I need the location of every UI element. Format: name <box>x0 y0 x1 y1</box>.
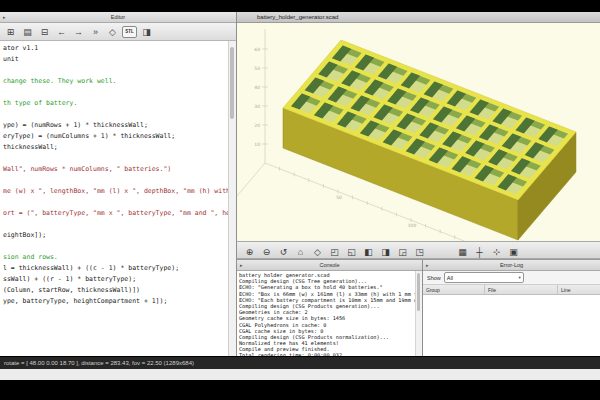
show-axes-icon[interactable]: ┼ <box>472 246 487 259</box>
status-bar-text: rotate = [ 48.00 0.00 18.70 ], distance … <box>4 360 194 366</box>
console-line: Total rendering time: 0:00:00.032 <box>237 352 416 356</box>
errorlog-column-file[interactable]: File <box>485 285 558 294</box>
console-lines: battery_holder_generator.scadCompiling d… <box>237 272 416 356</box>
svg-text:40: 40 <box>254 85 260 90</box>
editor-toolbar: ⊞▤⊟←→»◇STL◨ <box>0 23 236 41</box>
code-line <box>0 175 229 186</box>
svg-text:30: 30 <box>254 104 260 109</box>
perspective-toggle-icon[interactable]: ▣ <box>506 246 521 259</box>
console-body[interactable]: battery_holder_generator.scadCompiling d… <box>237 271 422 356</box>
view-toolbar-left-group: ⊕⊖↺⌂◇◰◱◧◨◲◳ <box>241 241 428 259</box>
code-line: eightBox]); <box>0 230 229 241</box>
console-disclosure-icon[interactable]: ▸ <box>240 262 243 268</box>
code-editor[interactable]: ator v1.1unit change these. They work we… <box>0 41 236 356</box>
front-view-icon[interactable]: ◲ <box>395 246 410 259</box>
errorlog-show-label: Show <box>427 275 441 281</box>
render-icon[interactable]: ◇ <box>105 25 120 38</box>
window-titlebar: battery_holder_generator.scad <box>237 12 600 23</box>
undo-icon[interactable]: ← <box>54 25 69 38</box>
console-title: Console <box>319 262 339 268</box>
svg-text:100: 100 <box>408 223 417 228</box>
errorlog-column-line[interactable]: Line <box>558 285 600 294</box>
view-all-icon[interactable]: ⌂ <box>293 246 308 259</box>
code-line: ype, batteryType, heightCompartment + 1]… <box>0 296 229 307</box>
code-line: ype) = (numRows + 1) * thicknessWall; <box>0 120 229 131</box>
zoom-in-icon[interactable]: ⊕ <box>242 246 257 259</box>
view-toolbar-right-group: ▦┼⊹▣ <box>454 241 522 259</box>
viewport[interactable]: 10203040506050100150 <box>237 23 600 241</box>
errorlog-title: Error-Log <box>500 262 523 268</box>
code-line <box>0 153 229 164</box>
svg-text:50: 50 <box>336 195 342 200</box>
code-line <box>0 241 229 252</box>
code-line: (Column, startRow, thicknessWall)]) <box>0 285 229 296</box>
console-pane: ▸ Console battery_holder_generator.scadC… <box>237 260 423 356</box>
code-line <box>0 219 229 230</box>
code-line <box>0 65 229 76</box>
left-view-icon[interactable]: ◧ <box>361 246 376 259</box>
code-line <box>0 87 229 98</box>
code-line: thicknessWall; <box>0 142 229 153</box>
view-toolbar: ⊕⊖↺⌂◇◰◱◧◨◲◳ ▦┼⊹▣ <box>237 241 600 259</box>
right-view-icon[interactable]: ◨ <box>378 246 393 259</box>
diagonal-view-icon[interactable]: ◇ <box>310 246 325 259</box>
top-view-icon[interactable]: ◰ <box>327 246 342 259</box>
code-line: l = thicknessWall) + ((c - 1) * batteryT… <box>0 263 229 274</box>
editor-pane-header: ▸ Editor <box>0 12 236 23</box>
save-file-icon[interactable]: ⊟ <box>37 25 52 38</box>
code-line: unit <box>0 54 229 65</box>
svg-text:10: 10 <box>254 142 260 147</box>
code-line: ssWall) + ((r - 1) * batteryType); <box>0 274 229 285</box>
zoom-out-icon[interactable]: ⊖ <box>259 246 274 259</box>
code-area[interactable]: ator v1.1unit change these. They work we… <box>0 43 229 356</box>
console-scrollbar[interactable] <box>415 271 422 356</box>
code-line: ator v1.1 <box>0 43 229 54</box>
viewport-canvas[interactable]: 10203040506050100150 <box>237 23 600 241</box>
errorlog-table-body[interactable] <box>423 295 600 356</box>
code-line: change these. They work well. <box>0 76 229 87</box>
back-view-icon[interactable]: ◳ <box>412 246 427 259</box>
code-line: th type of battery. <box>0 98 229 109</box>
editor-disclosure-icon[interactable]: ▸ <box>3 14 6 20</box>
errorlog-column-group[interactable]: Group <box>423 285 485 294</box>
bottom-view-icon[interactable]: ◱ <box>344 246 359 259</box>
status-bar: rotate = [ 48.00 0.00 18.70 ], distance … <box>0 356 600 369</box>
right-pane: battery_holder_generator.scad 1020304050… <box>237 12 600 356</box>
window-title: battery_holder_generator.scad <box>257 14 338 20</box>
reset-view-icon[interactable]: ↺ <box>276 246 291 259</box>
editor-scrollbar[interactable] <box>228 41 236 356</box>
show-crosshairs-icon[interactable]: ⊹ <box>489 246 504 259</box>
console-header: ▸ Console <box>237 260 422 271</box>
errorlog-table-header: GroupFileLine <box>423 285 600 295</box>
errorlog-pane: ▸ Error-Log Show All ▾ GroupFileLine <box>423 260 600 356</box>
code-line <box>0 109 229 120</box>
errorlog-disclosure-icon[interactable]: ▸ <box>426 262 429 268</box>
errorlog-filter-select[interactable]: All ▾ <box>444 272 524 283</box>
redo-icon[interactable]: → <box>71 25 86 38</box>
editor-pane: ▸ Editor ⊞▤⊟←→»◇STL◨ ator v1.1unit chang… <box>0 12 237 356</box>
code-line: eryType) = (numColumns + 1) * thicknessW… <box>0 131 229 142</box>
errorlog-header: ▸ Error-Log <box>423 260 600 271</box>
code-line: Wall", numRows * numColumns, " batteries… <box>0 164 229 175</box>
main-row: ▸ Editor ⊞▤⊟←→»◇STL◨ ator v1.1unit chang… <box>0 12 600 356</box>
console-line: ECHO: "Box is 66mm (w) x 161mm (l) x 33m… <box>237 291 416 297</box>
chevron-down-icon: ▾ <box>519 275 521 280</box>
svg-text:50: 50 <box>254 66 260 71</box>
console-scrollbar-thumb[interactable] <box>417 273 420 311</box>
code-line <box>0 197 229 208</box>
code-line: sion and rows. <box>0 252 229 263</box>
preview-icon[interactable]: » <box>88 25 103 38</box>
editor-scrollbar-thumb[interactable] <box>230 47 234 119</box>
show-edges-icon[interactable]: ▦ <box>455 246 470 259</box>
errorlog-filter-row: Show All ▾ <box>423 271 600 285</box>
view-settings-icon[interactable]: ◨ <box>139 25 154 38</box>
new-file-icon[interactable]: ⊞ <box>3 25 18 38</box>
code-line: me (w) x ", lengthBox, "mm (l) x ", dept… <box>0 186 229 197</box>
errorlog-filter-value: All <box>447 275 453 281</box>
editor-pane-title: Editor <box>111 14 125 20</box>
export-stl-icon[interactable]: STL <box>122 26 137 38</box>
open-file-icon[interactable]: ▤ <box>20 25 35 38</box>
bottom-panels: ▸ Console battery_holder_generator.scadC… <box>237 259 600 356</box>
svg-text:60: 60 <box>254 47 260 52</box>
openscad-window: ▸ Editor ⊞▤⊟←→»◇STL◨ ator v1.1unit chang… <box>0 12 600 380</box>
